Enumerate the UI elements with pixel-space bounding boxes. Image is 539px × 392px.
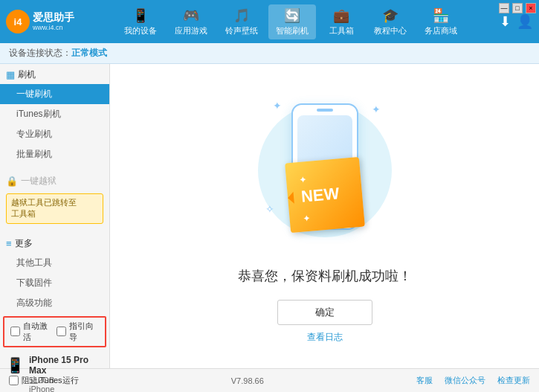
win-minimize[interactable]: — — [499, 3, 509, 13]
nav-my-device-label: 我的设备 — [124, 25, 157, 36]
phone-speaker — [317, 109, 333, 112]
flash-section-icon: ▦ — [6, 69, 15, 80]
logo-circle: i4 — [6, 10, 30, 33]
success-text: 恭喜您，保资料刷机成功啦！ — [238, 267, 412, 285]
nav-service-label: 务店商域 — [425, 25, 457, 36]
status-mode: 正常模式 — [71, 47, 107, 60]
nav-items: 📱 我的设备 🎮 应用游戏 🎵 铃声壁纸 🔄 智能刷机 💼 工具箱 🎓 教程中心… — [88, 4, 494, 39]
one-click-flash-item[interactable]: 一键刷机 — [0, 84, 109, 104]
nav-service-icon: 🏪 — [433, 7, 449, 24]
logo-main-text: 爱思助手 — [33, 10, 74, 24]
nav-tutorial-icon: 🎓 — [382, 7, 398, 24]
win-maximize[interactable]: □ — [512, 3, 523, 13]
nav-ringtone-icon: 🎵 — [233, 7, 250, 24]
topbar: i4 爱思助手 www.i4.cn 📱 我的设备 🎮 应用游戏 🎵 铃声壁纸 🔄… — [0, 0, 539, 43]
nav-flash-label: 智能刷机 — [276, 25, 309, 36]
bottombar-version: V7.98.66 — [231, 376, 264, 385]
itunes-checkbox[interactable] — [9, 376, 19, 385]
other-tools-item[interactable]: 其他工具 — [0, 253, 109, 273]
flash-section-header: ▦ 刷机 — [0, 64, 109, 84]
nav-flash-icon: 🔄 — [284, 7, 300, 24]
win-close[interactable]: × — [526, 3, 536, 13]
bottombar-left: 阻止iTunes运行 — [9, 375, 79, 386]
pro-flash-item[interactable]: 专业刷机 — [0, 124, 109, 144]
guide-import-checkbox[interactable] — [57, 327, 66, 336]
nav-right: ⬇ 👤 — [500, 13, 533, 30]
new-badge: ✦ NEW ✦ — [285, 157, 365, 233]
star-icon-3: ✧ — [265, 203, 274, 215]
nav-toolbox-label: 工具箱 — [329, 25, 354, 36]
nav-apps-games[interactable]: 🎮 应用游戏 — [167, 4, 215, 39]
user-button[interactable]: 👤 — [517, 13, 533, 30]
lock-icon: 🔒 — [6, 176, 18, 187]
nav-apps-label: 应用游戏 — [175, 25, 207, 36]
auto-activate-checkbox[interactable] — [10, 327, 20, 336]
jailbreak-label: 一键越狱 — [21, 175, 57, 187]
warning-text: 越狱工具已跳转至工具箱 — [11, 198, 77, 218]
auto-activate-row: 自动激活 指引向导 — [3, 316, 106, 347]
nav-service[interactable]: 🏪 务店商域 — [417, 4, 465, 39]
view-log-link[interactable]: 查看日志 — [307, 331, 343, 344]
nav-my-device[interactable]: 📱 我的设备 — [117, 4, 164, 39]
nav-apps-icon: 🎮 — [183, 7, 199, 24]
more-section-icon: ≡ — [6, 238, 12, 249]
nav-phone-icon: 📱 — [132, 7, 149, 24]
nav-toolbox[interactable]: 💼 工具箱 — [319, 4, 364, 39]
customer-service-link[interactable]: 客服 — [416, 375, 433, 386]
status-prefix: 设备连接状态： — [9, 47, 71, 60]
auto-activate-label: 自动激活 — [23, 321, 54, 343]
nav-ringtone[interactable]: 🎵 铃声壁纸 — [218, 4, 265, 39]
bottombar-right: 客服 微信公众号 检查更新 — [416, 375, 530, 386]
nav-ringtone-label: 铃声壁纸 — [225, 25, 258, 36]
wechat-link[interactable]: 微信公众号 — [445, 375, 485, 386]
new-stars-right: ✦ — [303, 213, 310, 223]
statusbar: 设备连接状态： 正常模式 — [0, 43, 539, 64]
new-stars-left: ✦ — [299, 175, 306, 184]
itunes-label: 阻止iTunes运行 — [22, 375, 79, 386]
nav-tutorial[interactable]: 🎓 教程中心 — [367, 4, 414, 39]
device-name: iPhone 15 Pro Max — [29, 355, 103, 376]
sidebar: ▦ 刷机 一键刷机 iTunes刷机 专业刷机 批量刷机 🔒 一键越狱 越狱工具… — [0, 64, 110, 368]
one-click-jailbreak-header: 🔒 一键越狱 — [0, 170, 109, 190]
new-text: NEW — [300, 184, 339, 205]
logo-area: i4 爱思助手 www.i4.cn — [6, 10, 88, 33]
content-area: ✦ ✦ ✧ ✦ NEW ✦ 恭喜您，保资料刷机成功啦！ 确定 查看日志 — [110, 64, 539, 368]
main-layout: ▦ 刷机 一键刷机 iTunes刷机 专业刷机 批量刷机 🔒 一键越狱 越狱工具… — [0, 64, 539, 368]
win-controls[interactable]: — □ × — [499, 3, 536, 13]
device-info: iPhone 15 Pro Max 512GB iPhone — [29, 355, 103, 392]
download-firmware-item[interactable]: 下载固件 — [0, 273, 109, 293]
guide-import-label: 指引向导 — [69, 321, 100, 343]
flash-section-label: 刷机 — [18, 68, 36, 81]
success-illustration: ✦ ✦ ✧ ✦ NEW ✦ — [251, 89, 399, 252]
download-button[interactable]: ⬇ — [500, 13, 511, 30]
warning-box: 越狱工具已跳转至工具箱 — [6, 193, 103, 224]
more-section-label: 更多 — [15, 237, 33, 250]
check-update-link[interactable]: 检查更新 — [497, 375, 530, 386]
nav-smart-flash[interactable]: 🔄 智能刷机 — [268, 4, 316, 39]
device-phone-icon: 📱 — [6, 356, 25, 374]
itunes-flash-item[interactable]: iTunes刷机 — [0, 104, 109, 124]
advanced-item[interactable]: 高级功能 — [0, 293, 109, 313]
nav-tutorial-label: 教程中心 — [374, 25, 407, 36]
star-icon-1: ✦ — [273, 100, 282, 112]
nav-toolbox-icon: 💼 — [333, 7, 349, 24]
confirm-button[interactable]: 确定 — [277, 300, 372, 325]
batch-flash-item[interactable]: 批量刷机 — [0, 144, 109, 164]
logo-sub-text: www.i4.cn — [33, 24, 74, 33]
more-section-header: ≡ 更多 — [0, 233, 109, 253]
star-icon-2: ✦ — [372, 103, 381, 115]
